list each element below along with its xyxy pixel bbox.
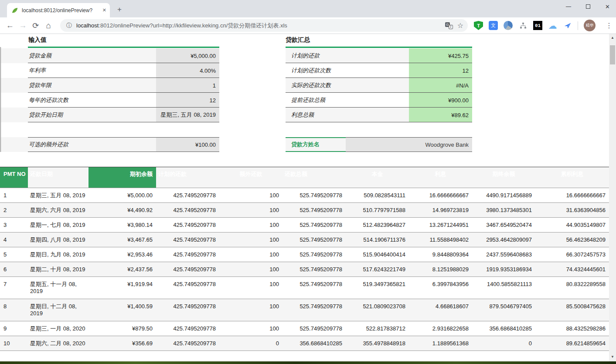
schedule-header-cell: PMT NO — [0, 167, 28, 188]
schedule-cell: 522.817838712 — [346, 321, 409, 336]
row-label: 利息总额 — [286, 111, 409, 119]
scrollbar-thumb[interactable] — [610, 45, 615, 64]
lender-name-value: Woodgrove Bank — [346, 137, 472, 152]
schedule-cell: 879.5046797405 — [472, 299, 535, 321]
schedule-row: 6星期二, 十月 08, 2019¥2,437.56425.7495209778… — [0, 262, 609, 277]
schedule-cell: ¥3,980.14 — [88, 218, 156, 232]
schedule-cell: 8 — [0, 299, 28, 321]
schedule-cell: 100 — [219, 247, 282, 262]
schedule-cell: 521.0809023708 — [346, 299, 409, 321]
schedule-cell: 8.1251988029 — [409, 262, 472, 276]
schedule-cell: 425.7495209778 — [156, 233, 219, 247]
scroll-down-icon[interactable]: ▼ — [609, 355, 616, 359]
table-row: 贷款年限1 — [1, 78, 219, 93]
bookmark-star-icon[interactable]: ☆ — [457, 21, 463, 30]
url-host: localhost — [76, 22, 99, 29]
minimize-button[interactable]: — — [566, 3, 571, 10]
spreadsheet-preview: 输入值 贷款汇总 贷款金额¥5,000.00年利率4.00%贷款年限1每年的还款… — [0, 34, 616, 364]
schedule-cell: 2437.5596408683 — [472, 247, 535, 262]
schedule-cell: 16.6666666667 — [409, 188, 472, 202]
schedule-cell: 3467.6549520474 — [472, 218, 535, 232]
schedule-cell: ¥356.69 — [88, 336, 156, 351]
schedule-cell: 425.7495209778 — [156, 336, 219, 351]
browser-window: localhost:8012/onlinePreview? ✕ + — ✕ ← … — [0, 0, 616, 364]
sitemap-extension-icon[interactable] — [518, 21, 528, 30]
url-text[interactable]: localhost:8012/onlinePreview?url=http://… — [76, 22, 441, 30]
schedule-cell: 525.7495209778 — [282, 218, 346, 232]
extra-payment-row: 可选的额外还款 ¥100.00 — [1, 137, 219, 152]
reload-button[interactable]: ⟳ — [29, 21, 42, 30]
schedule-cell: 100 — [219, 299, 282, 321]
schedule-header-cell: 额外还款 — [219, 167, 282, 188]
schedule-cell: 100 — [219, 203, 282, 217]
inputs-table: 贷款金额¥5,000.00年利率4.00%贷款年限1每年的还款次数12贷款开始日… — [1, 48, 219, 122]
browser-menu-icon[interactable]: ⋮ — [606, 21, 613, 30]
spring-leaf-favicon — [11, 7, 18, 14]
scroll-up-icon[interactable]: ▲ — [609, 36, 616, 40]
schedule-header-cell: 利息 — [409, 167, 472, 188]
extra-payment-value: ¥100.00 — [156, 137, 219, 152]
schedule-cell: 11.5588498402 — [409, 233, 472, 247]
close-button[interactable]: ✕ — [605, 3, 610, 10]
schedule-row: 5星期日, 九月 08, 2019¥2,953.46425.7495209778… — [0, 247, 609, 262]
schedule-cell: 512.4823964827 — [346, 218, 409, 232]
window-controls: — ✕ — [566, 0, 610, 13]
schedule-cell: 13.2671244951 — [409, 218, 472, 232]
vertical-scrollbar[interactable]: ▲ ▼ — [609, 34, 616, 364]
schedule-cell: 2953.4642809097 — [472, 233, 535, 247]
forward-button[interactable]: → — [17, 21, 30, 30]
schedule-cell: 星期六, 二月 08, 2020 — [28, 336, 88, 351]
tampermonkey-extension-icon[interactable]: T — [474, 21, 483, 30]
schedule-row: 2星期六, 六月 08, 2019¥4,490.92425.7495209778… — [0, 203, 609, 218]
proxy-switcher-extension-icon[interactable] — [504, 21, 513, 30]
schedule-row: 9星期三, 一月 08, 2020¥879.50425.749520977810… — [0, 321, 609, 336]
home-button[interactable]: ⌂ — [42, 21, 55, 30]
schedule-cell: 100 — [219, 218, 282, 232]
cloud-extension-icon[interactable]: ☁ — [548, 21, 557, 30]
schedule-header-cell: 还款总额 — [282, 167, 346, 188]
row-label: 每年的还款次数 — [1, 96, 156, 104]
schedule-row: 8星期日, 十二月 08, 2019¥1,400.59425.749520977… — [0, 299, 609, 321]
row-value: 4.00% — [156, 63, 219, 78]
schedule-cell: 66.3072457573 — [535, 247, 609, 262]
maximize-button[interactable] — [586, 4, 590, 9]
row-value: 12 — [156, 93, 219, 108]
address-bar[interactable]: ⓘ localhost:8012/onlinePreview?url=http:… — [60, 19, 468, 32]
schedule-cell: 517.6243221749 — [346, 262, 409, 276]
schedule-cell: 2.9316822658 — [409, 321, 472, 336]
row-value: #N/A — [409, 78, 472, 93]
schedule-cell: 88.4325298286 — [535, 321, 609, 336]
table-row: 利息总额¥89.62 — [286, 108, 472, 122]
table-row: 贷款开始日期星期三, 五月 08, 2019 — [1, 108, 219, 122]
schedule-cell: ¥5,000.00 — [88, 188, 156, 202]
schedule-cell: 10 — [0, 336, 28, 351]
schedule-cell: 514.1906711376 — [346, 233, 409, 247]
schedule-cell: 1919.9353186934 — [472, 262, 535, 276]
schedule-cell: 2 — [0, 203, 28, 217]
schedule-cell: 6 — [0, 262, 28, 276]
schedule-cell: 4490.9171456889 — [472, 188, 535, 202]
schedule-row: 10星期六, 二月 08, 2020¥356.69425.74952097780… — [0, 336, 609, 351]
back-button[interactable]: ← — [3, 21, 17, 30]
tab-close-icon[interactable]: ✕ — [102, 7, 106, 13]
table-row: 提前还款总额¥900.00 — [286, 93, 472, 108]
schedule-cell: 星期一, 七月 08, 2019 — [28, 218, 88, 232]
row-label: 贷款金额 — [1, 52, 156, 60]
schedule-cell: 7 — [0, 277, 28, 299]
schedule-cell: 3 — [0, 218, 28, 232]
browser-tab[interactable]: localhost:8012/onlinePreview? ✕ — [7, 3, 110, 17]
profile-avatar[interactable]: 精华 — [584, 20, 596, 31]
new-tab-button[interactable]: + — [114, 5, 125, 14]
page-info-icon[interactable]: ⓘ — [66, 22, 72, 30]
zero-one-extension-icon[interactable]: 01 — [533, 21, 542, 30]
row-value: 12 — [409, 63, 472, 78]
schedule-cell: 515.9046400414 — [346, 247, 409, 262]
schedule-cell: 425.7495209778 — [156, 262, 219, 276]
schedule-cell: 425.7495209778 — [156, 203, 219, 217]
translate-extension-icon[interactable]: 文 — [489, 21, 498, 30]
schedule-cell: 100 — [219, 277, 282, 299]
bird-extension-icon[interactable] — [563, 21, 572, 30]
schedule-cell: ¥4,490.92 — [88, 203, 156, 217]
translate-page-icon[interactable]: T G 文 — [445, 22, 453, 29]
schedule-cell: 星期六, 六月 08, 2019 — [28, 203, 88, 217]
